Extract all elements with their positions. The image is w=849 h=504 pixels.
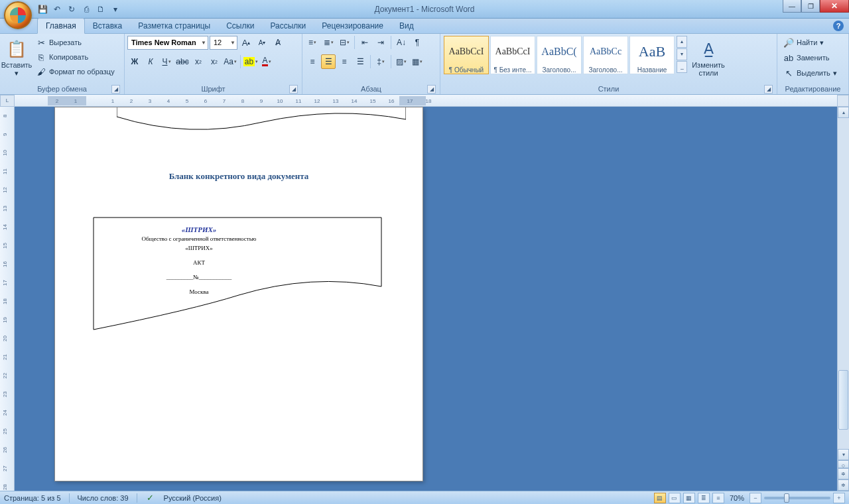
- prev-page-button[interactable]: ≑: [838, 468, 849, 479]
- zoom-thumb[interactable]: [784, 493, 789, 503]
- multilevel-button[interactable]: ⊟▾: [337, 35, 352, 50]
- format-label: Формат по образцу: [49, 68, 115, 76]
- browse-object-button[interactable]: ○: [838, 460, 849, 468]
- align-left-button[interactable]: ≡: [305, 54, 320, 69]
- styles-row-up[interactable]: ▴: [677, 36, 687, 48]
- print-layout-view[interactable]: ▤: [654, 493, 666, 503]
- new-doc-icon[interactable]: 🗋: [94, 3, 107, 16]
- spellcheck-icon[interactable]: ✓: [145, 493, 156, 503]
- scroll-up-button[interactable]: ▴: [838, 107, 849, 118]
- copy-button[interactable]: ⎘Копировать: [33, 50, 118, 64]
- cut-button[interactable]: ✂Вырезать: [33, 35, 118, 50]
- replace-button[interactable]: abЗаменить: [780, 50, 840, 65]
- next-page-button[interactable]: ≑: [838, 479, 849, 491]
- window-title: Документ1 - Microsoft Word: [374, 5, 474, 14]
- paragraph-launcher[interactable]: ◢: [427, 85, 436, 94]
- style-no-spacing[interactable]: AaBbCcI¶ Без инте...: [490, 36, 535, 74]
- underline-button[interactable]: Ч▾: [159, 54, 174, 69]
- zoom-slider[interactable]: [764, 497, 830, 499]
- zoom-level[interactable]: 70%: [730, 494, 744, 502]
- style-title[interactable]: AaBНазвание: [629, 36, 675, 74]
- print-icon[interactable]: ⎙: [80, 3, 93, 16]
- numbering-button[interactable]: ≣▾: [321, 35, 336, 50]
- redo-icon[interactable]: ↻: [65, 3, 78, 16]
- styles-group-label: Стили: [598, 85, 620, 93]
- close-button[interactable]: ✕: [820, 0, 849, 13]
- web-layout-view[interactable]: ▦: [683, 493, 695, 503]
- increase-indent-button[interactable]: ⇥: [373, 35, 388, 50]
- scroll-thumb[interactable]: [838, 370, 848, 430]
- ruler-toggle[interactable]: [837, 95, 849, 107]
- scroll-down-button[interactable]: ▾: [838, 449, 849, 460]
- styles-row-down[interactable]: ▾: [677, 48, 687, 60]
- undo-icon[interactable]: ↶: [50, 3, 64, 16]
- justify-button[interactable]: ☰: [353, 54, 367, 69]
- page-indicator[interactable]: Страница: 5 из 5: [4, 494, 61, 502]
- tab-home[interactable]: Главная: [37, 18, 85, 34]
- office-button[interactable]: [4, 1, 32, 29]
- styles-expand[interactable]: ⎯: [677, 61, 687, 73]
- tab-references[interactable]: Ссылки: [218, 19, 262, 33]
- fullscreen-reading-view[interactable]: ▭: [669, 493, 681, 503]
- minimize-button[interactable]: —: [783, 0, 801, 13]
- outline-view[interactable]: ≣: [698, 493, 710, 503]
- change-styles-button[interactable]: A̲ Изменить стили: [689, 35, 728, 80]
- tab-selector[interactable]: L: [0, 95, 15, 107]
- change-case-button[interactable]: Aa▾: [223, 54, 237, 69]
- line-spacing-button[interactable]: ‡▾: [373, 54, 388, 69]
- tab-pagelayout[interactable]: Разметка страницы: [130, 19, 218, 33]
- horizontal-ruler[interactable]: 21123456789101112131415161718: [15, 95, 837, 107]
- font-name-combo[interactable]: Times New Roman▼: [127, 36, 208, 50]
- shrink-font-button[interactable]: A▾: [255, 35, 269, 50]
- style-normal[interactable]: AaBbCcI¶ Обычный: [444, 36, 489, 74]
- decrease-indent-button[interactable]: ⇤: [358, 35, 372, 50]
- bold-button[interactable]: Ж: [127, 54, 142, 69]
- italic-button[interactable]: К: [143, 54, 158, 69]
- zoom-in-button[interactable]: +: [833, 493, 845, 503]
- borders-button[interactable]: ▦▾: [410, 54, 424, 69]
- select-button[interactable]: ↖Выделить ▾: [780, 66, 840, 80]
- clear-formatting-button[interactable]: A̷: [271, 35, 285, 50]
- vertical-ruler[interactable]: 8910111213141516171819202122232425262728: [0, 107, 15, 491]
- draft-view[interactable]: ≡: [712, 493, 724, 503]
- paste-button[interactable]: 📋 Вставить▾: [3, 35, 31, 80]
- scroll-track[interactable]: [838, 118, 849, 449]
- shading-button[interactable]: ▨▾: [394, 54, 409, 69]
- font-launcher[interactable]: ◢: [289, 85, 298, 94]
- language-indicator[interactable]: Русский (Россия): [164, 494, 222, 502]
- strikethrough-button[interactable]: abc: [175, 54, 190, 69]
- styles-launcher[interactable]: ◢: [764, 85, 773, 94]
- find-button[interactable]: 🔎Найти ▾: [780, 35, 840, 50]
- maximize-button[interactable]: ❐: [801, 0, 820, 13]
- font-color-button[interactable]: A▾: [259, 54, 274, 69]
- style-heading1[interactable]: AaBbC(Заголово...: [537, 36, 582, 74]
- zoom-out-button[interactable]: −: [750, 493, 761, 503]
- document-page[interactable]: Бланк конкретного вида документа «ШТРИХ»…: [54, 107, 423, 481]
- superscript-button[interactable]: x2: [207, 54, 222, 69]
- style-heading2[interactable]: AaBbCcЗаголово...: [583, 36, 628, 74]
- page-canvas[interactable]: Бланк конкретного вида документа «ШТРИХ»…: [15, 107, 837, 491]
- font-size-combo[interactable]: 12▼: [210, 36, 237, 50]
- format-painter-button[interactable]: 🖌Формат по образцу: [33, 64, 118, 79]
- tab-insert[interactable]: Вставка: [85, 19, 131, 33]
- form-logo: «ШТРИХ»: [103, 225, 295, 234]
- qat-customize-icon[interactable]: ▾: [109, 3, 122, 16]
- save-icon[interactable]: 💾: [36, 3, 49, 16]
- tab-view[interactable]: Вид: [391, 19, 422, 33]
- vertical-scrollbar[interactable]: ▴ ▾ ○ ≑ ≑: [837, 107, 849, 491]
- tab-review[interactable]: Рецензирование: [314, 19, 391, 33]
- word-count[interactable]: Число слов: 39: [78, 494, 129, 502]
- bullets-button[interactable]: ≡▾: [305, 35, 320, 50]
- subscript-button[interactable]: x2: [191, 54, 206, 69]
- clipboard-launcher[interactable]: ◢: [111, 85, 120, 94]
- grow-font-button[interactable]: A▴: [239, 35, 253, 50]
- help-icon[interactable]: ?: [833, 21, 844, 31]
- align-center-button[interactable]: ☰: [321, 54, 336, 69]
- paragraph-group-label: Абзац: [361, 85, 381, 93]
- align-right-button[interactable]: ≡: [337, 54, 352, 69]
- show-marks-button[interactable]: ¶: [410, 35, 424, 50]
- tab-mailings[interactable]: Рассылки: [262, 19, 314, 33]
- highlight-button[interactable]: ab▾: [243, 54, 258, 69]
- style-name: Заголово...: [543, 66, 576, 74]
- sort-button[interactable]: A↓: [394, 35, 409, 50]
